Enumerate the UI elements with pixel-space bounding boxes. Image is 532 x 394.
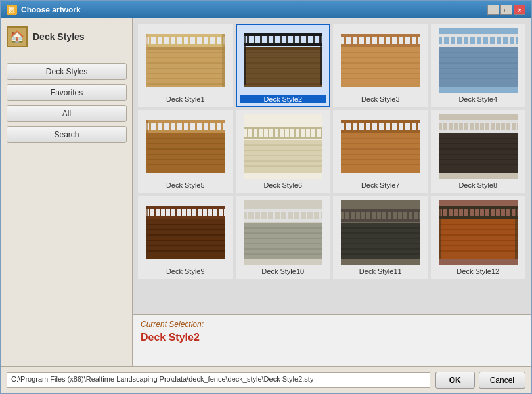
svg-rect-243 bbox=[349, 212, 351, 219]
svg-rect-205 bbox=[207, 209, 208, 216]
svg-rect-265 bbox=[439, 206, 518, 209]
svg-rect-131 bbox=[284, 129, 285, 137]
svg-rect-277 bbox=[495, 209, 496, 216]
svg-rect-253 bbox=[402, 212, 403, 219]
svg-rect-267 bbox=[442, 209, 443, 216]
svg-rect-274 bbox=[479, 209, 480, 216]
gallery-thumb-6 bbox=[244, 114, 322, 179]
svg-rect-1 bbox=[146, 47, 225, 50]
svg-rect-122 bbox=[244, 127, 322, 129]
svg-rect-34 bbox=[244, 33, 322, 36]
svg-rect-255 bbox=[412, 212, 414, 219]
ok-button[interactable]: OK bbox=[435, 372, 475, 389]
gallery-item-4[interactable]: Deck Style4 bbox=[431, 24, 526, 107]
sidebar-favorites-button[interactable]: Favorites bbox=[7, 84, 127, 101]
gallery-item-5[interactable]: Deck Style5 bbox=[138, 110, 233, 193]
svg-rect-36 bbox=[247, 36, 249, 43]
gallery-item-10[interactable]: Deck Style10 bbox=[236, 196, 331, 279]
svg-rect-175 bbox=[468, 123, 470, 130]
gallery-item-6[interactable]: Deck Style6 bbox=[236, 110, 331, 193]
svg-rect-182 bbox=[505, 123, 506, 130]
selection-panel: Current Selection: Deck Style2 bbox=[133, 314, 531, 366]
sidebar-header: 🏠 Deck Styles bbox=[7, 26, 127, 53]
svg-rect-247 bbox=[370, 212, 372, 219]
svg-rect-15 bbox=[175, 37, 177, 44]
svg-rect-204 bbox=[202, 209, 203, 216]
svg-rect-147 bbox=[341, 130, 420, 133]
svg-rect-39 bbox=[267, 36, 269, 43]
minimize-button[interactable]: – bbox=[487, 5, 499, 15]
svg-rect-106 bbox=[175, 123, 177, 130]
gallery-item-12[interactable]: Deck Style12 bbox=[431, 196, 526, 279]
svg-rect-207 bbox=[217, 209, 219, 216]
sidebar: 🏠 Deck Styles Deck Styles Favorites All … bbox=[1, 18, 133, 366]
svg-rect-57 bbox=[341, 34, 420, 37]
svg-rect-155 bbox=[390, 123, 392, 130]
svg-rect-105 bbox=[169, 123, 171, 130]
selection-value: Deck Style2 bbox=[141, 332, 523, 343]
svg-rect-80 bbox=[439, 44, 518, 47]
gallery-item-9[interactable]: Deck Style9 bbox=[138, 196, 233, 279]
gallery-thumb-1 bbox=[146, 28, 225, 93]
svg-rect-124 bbox=[247, 129, 248, 137]
svg-rect-9 bbox=[146, 34, 225, 37]
cancel-button[interactable]: Cancel bbox=[479, 372, 525, 389]
file-path: C:\Program Files (x86)\Realtime Landscap… bbox=[7, 372, 430, 388]
svg-rect-60 bbox=[351, 37, 353, 44]
gallery-scroll[interactable]: Deck Style1 bbox=[133, 18, 531, 314]
svg-rect-183 bbox=[510, 123, 512, 130]
svg-rect-109 bbox=[195, 123, 197, 130]
svg-rect-135 bbox=[305, 129, 306, 137]
svg-rect-220 bbox=[247, 212, 248, 219]
svg-rect-180 bbox=[495, 123, 496, 130]
svg-rect-168 bbox=[439, 120, 518, 123]
gallery-grid: Deck Style1 bbox=[138, 24, 525, 279]
svg-rect-44 bbox=[299, 36, 301, 43]
svg-rect-100 bbox=[146, 120, 225, 123]
sidebar-search-button[interactable]: Search bbox=[7, 126, 127, 143]
gallery-item-7[interactable]: Deck Style7 bbox=[333, 110, 428, 193]
gallery-label-7: Deck Style7 bbox=[361, 181, 400, 189]
svg-rect-12 bbox=[156, 37, 158, 44]
sidebar-deck-styles-button[interactable]: Deck Styles bbox=[7, 63, 127, 80]
svg-rect-132 bbox=[289, 129, 290, 137]
gallery-label-6: Deck Style6 bbox=[263, 181, 302, 189]
svg-rect-181 bbox=[500, 123, 501, 130]
svg-rect-177 bbox=[479, 123, 480, 130]
svg-rect-50 bbox=[341, 47, 420, 87]
gallery-item-8[interactable]: Deck Style8 bbox=[431, 110, 526, 193]
svg-rect-49 bbox=[320, 33, 322, 85]
svg-rect-37 bbox=[254, 36, 255, 43]
sidebar-all-button[interactable]: All bbox=[7, 105, 127, 122]
close-button[interactable]: ✕ bbox=[514, 5, 525, 15]
svg-rect-82 bbox=[449, 37, 451, 44]
svg-rect-21 bbox=[215, 37, 217, 44]
svg-rect-26 bbox=[244, 47, 322, 50]
svg-rect-268 bbox=[447, 209, 449, 216]
svg-rect-271 bbox=[463, 209, 464, 216]
svg-rect-223 bbox=[267, 212, 268, 219]
svg-rect-40 bbox=[273, 36, 275, 43]
gallery-item-3[interactable]: Deck Style3 bbox=[333, 24, 428, 107]
svg-rect-169 bbox=[439, 130, 518, 133]
bottom-buttons: OK Cancel bbox=[435, 372, 525, 389]
svg-rect-87 bbox=[481, 37, 483, 44]
svg-rect-85 bbox=[468, 37, 470, 44]
svg-rect-199 bbox=[175, 209, 177, 216]
svg-rect-171 bbox=[447, 123, 449, 130]
svg-rect-258 bbox=[439, 219, 518, 259]
svg-rect-280 bbox=[510, 209, 512, 216]
svg-rect-62 bbox=[364, 37, 366, 44]
maximize-button[interactable]: □ bbox=[500, 5, 512, 15]
svg-rect-154 bbox=[384, 123, 386, 130]
gallery-item-2[interactable]: Deck Style2 bbox=[236, 24, 331, 107]
svg-rect-159 bbox=[416, 123, 418, 130]
gallery-thumb-7 bbox=[341, 114, 420, 179]
svg-rect-14 bbox=[169, 37, 171, 44]
gallery-item-1[interactable]: Deck Style1 bbox=[138, 24, 233, 107]
main-window: 🖼 Choose artwork – □ ✕ 🏠 Deck Styles Dec… bbox=[0, 0, 532, 394]
svg-rect-66 bbox=[390, 37, 392, 44]
svg-rect-196 bbox=[160, 209, 161, 216]
svg-rect-127 bbox=[263, 129, 264, 137]
gallery-item-11[interactable]: Deck Style11 bbox=[333, 196, 428, 279]
